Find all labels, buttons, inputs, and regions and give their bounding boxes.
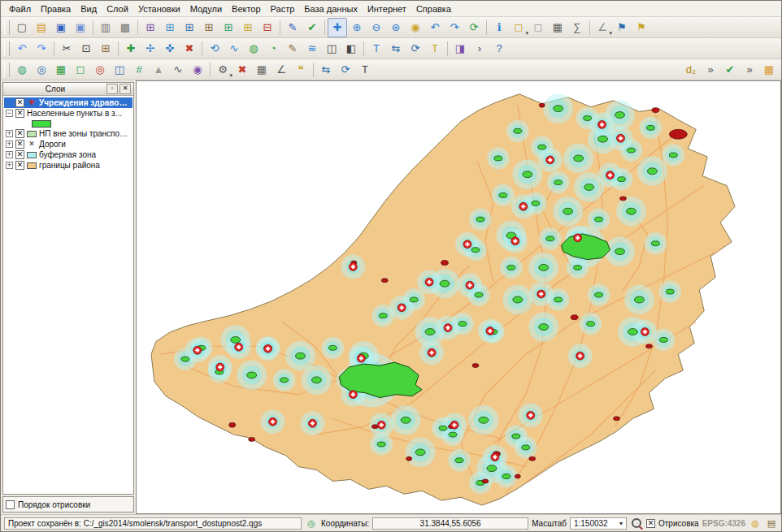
interpolation-button[interactable]: ▲ [149, 60, 168, 80]
menubar-item[interactable]: Растр [266, 2, 300, 15]
cut-features-button[interactable]: ✂ [57, 39, 76, 58]
field-calculator-button[interactable]: ∑ [567, 18, 587, 37]
expander-icon[interactable]: + [6, 151, 13, 158]
merge-features-button[interactable]: ◧ [341, 39, 361, 58]
split-features-button[interactable]: ◫ [322, 39, 341, 58]
layer-item[interactable]: −✕Населенные пункты в з... [4, 108, 133, 119]
crs-globe-icon[interactable]: ◍ [749, 517, 762, 530]
simplify-feature-button[interactable]: ∿ [224, 39, 244, 58]
style-manager-button[interactable]: ◨ [450, 39, 470, 58]
new-project-button[interactable]: ▢ [12, 18, 32, 37]
crs-status-label[interactable]: EPSG:4326 [702, 519, 745, 528]
layer-visibility-checkbox[interactable]: ✕ [15, 129, 24, 138]
georeferencer-button[interactable]: # [129, 60, 149, 80]
layer-visibility-checkbox[interactable]: ✕ [15, 109, 24, 118]
layer-visibility-checkbox[interactable]: ✕ [15, 140, 24, 149]
menubar-item[interactable]: Интернет [363, 2, 411, 15]
menubar-item[interactable]: Модули [185, 2, 227, 15]
python-console-button[interactable]: › [470, 39, 489, 58]
node-tool-button[interactable]: ✜ [160, 39, 180, 58]
undo-button[interactable]: ↶ [12, 39, 32, 58]
save-project-as-button[interactable]: ▣ [71, 18, 90, 37]
new-bookmark-button[interactable]: ⚑ [632, 18, 651, 37]
open-project-button[interactable]: ▤ [32, 18, 51, 37]
menubar-item[interactable]: Файл [4, 2, 36, 15]
toolbar-grip[interactable] [4, 41, 10, 56]
reshape-features-button[interactable]: ✎ [283, 39, 302, 58]
add-wms-layer-button[interactable]: ⊞ [219, 18, 238, 37]
save-layer-edits-button[interactable]: ✔ [302, 18, 322, 37]
render-checkbox[interactable]: ✕ [646, 519, 655, 528]
scale-combo[interactable]: 1:150032 ▾ [570, 517, 627, 530]
add-spatialite-layer-button[interactable]: ⊞ [199, 18, 219, 37]
expander-icon[interactable]: + [6, 162, 13, 169]
toolbar-overflow-1-button[interactable]: » [701, 60, 720, 80]
road-graph-button[interactable]: ∿ [168, 60, 188, 80]
log-messages-icon[interactable]: ▤ [765, 517, 778, 530]
processing-d2-badge-button[interactable]: d₂ [681, 60, 701, 80]
grass-region-edit-button[interactable]: ◻ [71, 60, 90, 80]
rotate-label-button[interactable]: ⟳ [336, 60, 355, 80]
processing-options-button[interactable]: ⚙▾ [213, 60, 232, 80]
add-postgis-layer-button[interactable]: ⊞ [180, 18, 199, 37]
chevron-down-icon[interactable]: ▾ [619, 520, 623, 527]
zoom-in-button[interactable]: ⊕ [347, 18, 367, 37]
tracking-toggle-icon[interactable]: ◎ [305, 517, 318, 530]
measure-line-button[interactable]: ∠▾ [593, 18, 612, 37]
help-contents-button[interactable]: ? [489, 39, 509, 58]
add-raster-layer-button[interactable]: ⊞ [160, 18, 180, 37]
save-project-button[interactable]: ▣ [51, 18, 71, 37]
menubar-item[interactable]: База данных [299, 2, 363, 15]
coordinate-capture-button[interactable]: ◎ [90, 60, 110, 80]
paste-features-button[interactable]: ⊞ [96, 39, 115, 58]
panel-float-button[interactable]: ▫ [106, 84, 118, 94]
layer-visibility-checkbox[interactable]: ✕ [15, 161, 24, 170]
label-properties-button[interactable]: T [425, 39, 445, 58]
panel-close-button[interactable]: ✕ [119, 84, 131, 94]
spatial-query-button[interactable]: ◉ [188, 60, 207, 80]
layer-item[interactable]: +✕НП вне зоны транспорт... [4, 128, 133, 139]
attribute-actions-button[interactable]: ▦ [252, 60, 272, 80]
move-feature-button[interactable]: ✢ [141, 39, 160, 58]
layer-item[interactable]: +✕границы района [4, 160, 133, 171]
label-rotate-button[interactable]: ⟳ [406, 39, 425, 58]
menubar-item[interactable]: Справка [411, 2, 456, 15]
layer-item[interactable]: ✕✚Учреждения здравоох... [4, 97, 133, 108]
toolbar-grip[interactable] [4, 20, 10, 35]
text-annotation-button[interactable]: ❝ [291, 60, 311, 80]
offset-curve-button[interactable]: ≋ [302, 39, 322, 58]
web-plugin-button[interactable]: ◍ [12, 60, 32, 80]
composer-manager-button[interactable]: ▩ [115, 18, 135, 37]
layer-item[interactable]: +✕буферная зона [4, 149, 133, 160]
toggle-editing-button[interactable]: ✎ [283, 18, 302, 37]
refresh-map-button[interactable]: ⟳ [464, 18, 484, 37]
grass-tools-button[interactable]: ▦ [51, 60, 71, 80]
plugin-check-badge-button[interactable]: ✔ [720, 60, 740, 80]
add-delimited-text-layer-button[interactable]: ⊞ [238, 18, 258, 37]
show-bookmarks-button[interactable]: ⚑ [612, 18, 632, 37]
dxf2shape-button[interactable]: ◫ [110, 60, 129, 80]
menubar-item[interactable]: Вид [76, 2, 102, 15]
coordinates-input[interactable]: 31.3844,55.6056 [372, 517, 528, 530]
magnifier-icon[interactable] [632, 518, 641, 528]
menubar-item[interactable]: Правка [36, 2, 76, 15]
add-vector-layer-button[interactable]: ⊞ [141, 18, 160, 37]
raster-tools-badge-button[interactable]: ▦ [759, 60, 779, 80]
delete-annotation-button[interactable]: ✖ [232, 60, 252, 80]
label-move-button[interactable]: ⇆ [386, 39, 406, 58]
change-label-button[interactable]: T [355, 60, 375, 80]
layer-item[interactable]: +✕✕Дороги [4, 139, 133, 149]
toolbar-overflow-2-button[interactable]: » [740, 60, 759, 80]
layer-visibility-checkbox[interactable]: ✕ [15, 98, 24, 107]
zoom-next-button[interactable]: ↷ [445, 18, 464, 37]
expander-icon[interactable]: + [6, 141, 13, 148]
toolbar-grip[interactable] [4, 63, 10, 77]
add-ring-button[interactable]: ◍ [244, 39, 263, 58]
select-features-button[interactable]: ◻▾ [509, 18, 528, 37]
zoom-to-selection-button[interactable]: ◉ [406, 18, 425, 37]
redo-button[interactable]: ↷ [32, 39, 51, 58]
move-label-button[interactable]: ⇆ [316, 60, 336, 80]
expander-icon[interactable]: − [6, 110, 13, 117]
layer-labeling-button[interactable]: T [367, 39, 386, 58]
map-canvas[interactable] [137, 81, 780, 513]
